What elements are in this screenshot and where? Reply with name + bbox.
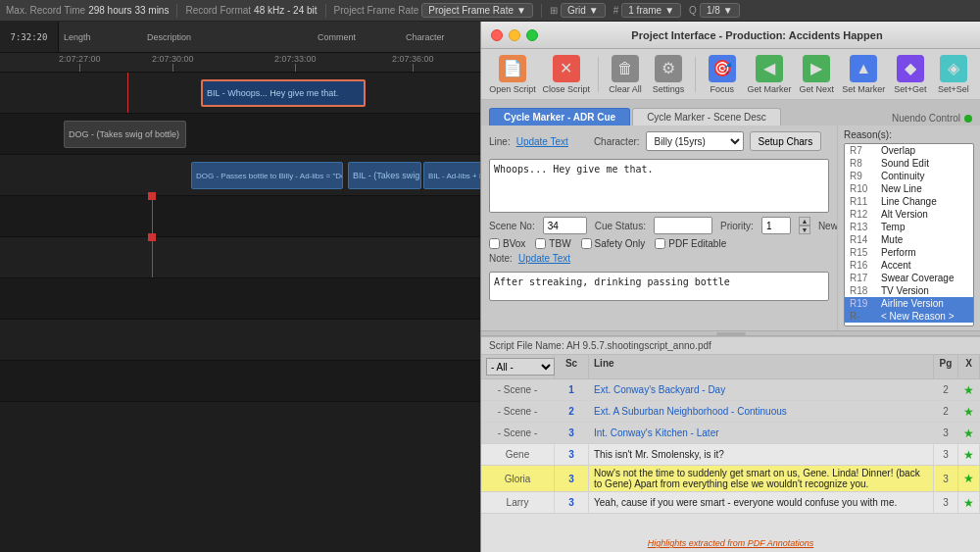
clip-bil-takes[interactable]: BIL - (Takes swig ...e)	[348, 162, 421, 189]
reason-item-r12[interactable]: R12Alt Version	[845, 208, 973, 221]
division-dropdown[interactable]: 1/8 ▼	[700, 3, 740, 18]
update-note-link[interactable]: Update Text	[518, 253, 570, 264]
marker-line-1	[127, 73, 128, 113]
dialog-panel: Project Interface - Production: Accident…	[480, 22, 980, 552]
character-label: Character:	[594, 136, 640, 147]
clear-all-icon: 🗑	[612, 55, 639, 82]
line-textarea[interactable]	[489, 159, 829, 213]
tbw-checkbox[interactable]	[535, 238, 546, 249]
reason-item-r15[interactable]: R15Perform	[845, 246, 973, 259]
col-all-header: - All -	[481, 355, 555, 378]
set-marker-button[interactable]: ▲ Set Marker	[842, 52, 886, 97]
tab-cycle-scene[interactable]: Cycle Marker - Scene Desc	[632, 108, 781, 125]
reason-item-r7[interactable]: R7Overlap	[845, 144, 973, 157]
clip-dog-passes[interactable]: DOG - Passes bottle to Billy - Ad-libs =…	[191, 162, 343, 189]
division-item: Q 1/8 ▼	[689, 3, 740, 18]
script-row[interactable]: - Scene - 1 Ext. Conway's Backyard - Day…	[481, 379, 980, 401]
reason-item-r9[interactable]: R9Continuity	[845, 170, 973, 182]
minimize-window-button[interactable]	[509, 29, 520, 41]
time-display: 7:32:20	[11, 32, 48, 42]
script-section: Script File Name: AH 9.5.7.shootingscrip…	[481, 336, 980, 552]
reason-item-r19[interactable]: R19Airline Version	[845, 297, 973, 310]
scene-input[interactable]	[543, 217, 587, 234]
script-filename: Script File Name: AH 9.5.7.shootingscrip…	[481, 337, 980, 355]
close-script-button[interactable]: ✕ Close Script	[542, 52, 590, 97]
grid-dropdown[interactable]: Grid ▼	[561, 3, 606, 18]
script-row[interactable]: - Scene - 3 Int. Conway's Kitchen - Late…	[481, 423, 980, 444]
note-label: Note:	[489, 253, 513, 264]
focus-icon: 🎯	[709, 55, 736, 82]
priority-label: Priority:	[720, 221, 754, 231]
set-get-icon: ◆	[897, 55, 924, 82]
pdf-editable-checkbox[interactable]	[655, 238, 665, 249]
reason-item-r14[interactable]: R14Mute	[845, 233, 973, 246]
reasons-title: Reason(s):	[844, 129, 974, 140]
bvox-checkbox[interactable]	[489, 238, 500, 249]
priority-down[interactable]: ▼	[799, 226, 810, 234]
clip-dog-takes[interactable]: DOG - (Takes swig of bottle)	[64, 121, 186, 148]
get-marker-icon: ◀	[756, 55, 783, 82]
script-row[interactable]: Gloria 3 Now's not the time to suddenly …	[481, 466, 980, 492]
script-table-body: - Scene - 1 Ext. Conway's Backyard - Day…	[481, 379, 980, 534]
clear-all-button[interactable]: 🗑 Clear All	[607, 52, 644, 97]
frame-dropdown[interactable]: 1 frame ▼	[621, 3, 681, 18]
reason-item-r18[interactable]: R18TV Version	[845, 284, 973, 297]
scene-no-label: Scene No:	[489, 221, 535, 231]
setup-chars-button[interactable]: Setup Chars	[750, 131, 822, 151]
script-table-header: - All - Sc Line Pg X	[481, 355, 980, 379]
reason-item-r13[interactable]: R13Temp	[845, 221, 973, 233]
clip-bil-adlibs[interactable]: BIL - Ad-libs + Don't ho...	[423, 162, 487, 189]
line-row: Line: Update Text Character: Billy (15yr…	[489, 131, 829, 151]
cycle-tabs: Cycle Marker - ADR Cue Cycle Marker - Sc…	[481, 100, 980, 125]
cue-status-input[interactable]	[654, 217, 712, 234]
project-frame-rate: Project Frame Rate Project Frame Rate ▼	[334, 3, 533, 18]
cue-status-label: Cue Status:	[595, 221, 646, 231]
open-script-button[interactable]: 📄 Open Script	[489, 52, 536, 97]
reason-item-r17[interactable]: R17Swear Coverage	[845, 272, 973, 284]
project-frame-dropdown[interactable]: Project Frame Rate ▼	[421, 3, 533, 18]
highlight-note[interactable]: Highlights extracted from PDF Annotation…	[481, 534, 980, 552]
marker-line-2	[152, 196, 153, 236]
focus-button[interactable]: 🎯 Focus	[704, 52, 741, 97]
toolbar: 📄 Open Script ✕ Close Script 🗑 Clear All…	[481, 49, 980, 100]
script-row[interactable]: Gene 3 This isn't Mr. Smolensky, is it? …	[481, 444, 980, 466]
reason-item-r11[interactable]: R11Line Change	[845, 195, 973, 208]
maximize-window-button[interactable]	[526, 29, 538, 41]
track-header-row: Length Description Comment Character	[0, 22, 490, 53]
track-row-2: DOG - (Takes swig of bottle)	[0, 114, 490, 155]
col-sc-header: Sc	[555, 355, 589, 378]
reason-item-r8[interactable]: R8Sound Edit	[845, 157, 973, 170]
reasons-list: R7OverlapR8Sound EditR9ContinuityR10New …	[844, 143, 974, 326]
close-window-button[interactable]	[491, 29, 503, 41]
settings-icon: ⚙	[655, 55, 682, 82]
track-row-4	[0, 196, 490, 237]
safety-only-checkbox[interactable]	[581, 238, 592, 249]
settings-button[interactable]: ⚙ Settings	[650, 52, 687, 97]
set-sel-button[interactable]: ◈ Set+Sel	[935, 52, 972, 97]
priority-up[interactable]: ▲	[799, 217, 810, 226]
character-select[interactable]: Billy (15yrs)	[646, 131, 744, 151]
tbw-check: TBW	[535, 238, 570, 249]
get-marker-button[interactable]: ◀ Get Marker	[747, 52, 792, 97]
nuendo-control-label: Nuendo Control	[892, 113, 972, 125]
clip-bil-whoops[interactable]: BIL - Whoops... Hey give me that.	[201, 79, 366, 107]
priority-input[interactable]	[761, 217, 791, 234]
reason-item-r16[interactable]: R16Accent	[845, 259, 973, 272]
line-label: Line:	[489, 136, 511, 147]
track-row-6	[0, 278, 490, 320]
note-textarea[interactable]	[489, 272, 829, 301]
all-filter-select[interactable]: - All -	[486, 358, 555, 376]
get-next-button[interactable]: ▶ Get Next	[798, 52, 836, 97]
form-section: Line: Update Text Character: Billy (15yr…	[481, 125, 838, 330]
open-script-icon: 📄	[499, 55, 526, 82]
update-text-link[interactable]: Update Text	[516, 136, 568, 147]
script-row[interactable]: Larry 3 Yeah, cause if you were smart - …	[481, 492, 980, 514]
set-get-button[interactable]: ◆ Set+Get	[892, 52, 929, 97]
reason-item-r10[interactable]: R10New Line	[845, 182, 973, 195]
nuendo-status-dot	[964, 115, 972, 123]
bvox-check: BVox	[489, 238, 525, 249]
priority-stepper[interactable]: ▲ ▼	[799, 217, 810, 234]
reason-item-r-[interactable]: R-< New Reason >	[845, 310, 973, 323]
script-row[interactable]: - Scene - 2 Ext. A Suburban Neighborhood…	[481, 401, 980, 423]
tab-cycle-adr[interactable]: Cycle Marker - ADR Cue	[489, 108, 630, 125]
